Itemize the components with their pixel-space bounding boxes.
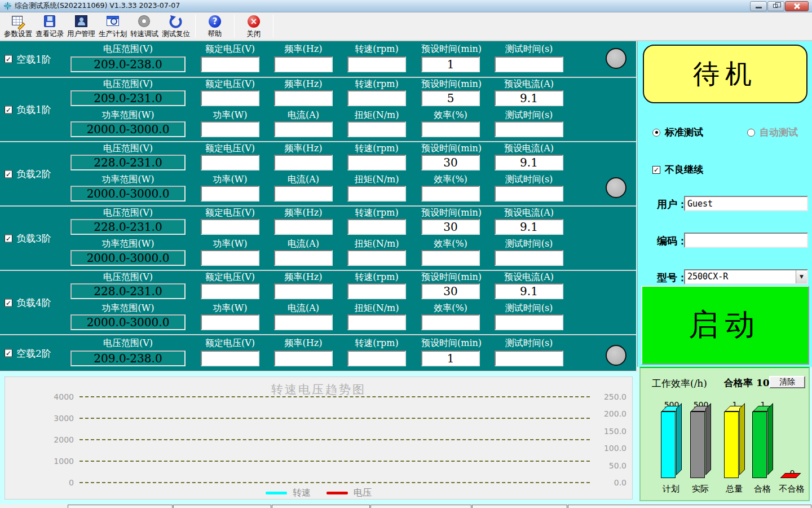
toolbar-button-reset[interactable]: 测试复位 <box>160 12 192 40</box>
code-input[interactable] <box>684 233 808 248</box>
field-label: 额定电压(V) <box>201 78 259 90</box>
power-input[interactable] <box>201 186 259 202</box>
frequency-input[interactable] <box>274 90 333 106</box>
preset-time-input[interactable] <box>421 351 480 366</box>
field-label: 测试时间(s) <box>495 303 563 314</box>
toolbar-button-records[interactable]: 查看记录 <box>34 12 65 40</box>
user-label: 用户： <box>657 198 687 211</box>
stage-checkbox-load3[interactable]: ✓ 负载3阶 <box>5 232 51 245</box>
field-label: 功率(W) <box>201 303 259 314</box>
torque-input[interactable] <box>347 121 406 137</box>
efficiency-input[interactable] <box>421 186 480 202</box>
test-time-input[interactable] <box>495 186 563 202</box>
rated-voltage-input[interactable] <box>201 351 259 366</box>
test-time-input[interactable] <box>495 314 563 330</box>
field-label: 预设电流(A) <box>495 143 563 154</box>
preset-current-input[interactable] <box>495 283 563 299</box>
statusbar <box>0 504 812 508</box>
y-axis-left-tick: 0 <box>15 478 74 487</box>
frequency-input[interactable] <box>274 219 333 235</box>
y-axis-right-tick: 200.0 <box>593 409 626 418</box>
power-input[interactable] <box>201 314 259 330</box>
test-time-input[interactable] <box>495 121 563 137</box>
model-value: 2500CX-R <box>685 270 796 283</box>
bar-label: 合格 <box>745 484 779 494</box>
toolbar-label: 转速调试 <box>130 29 158 39</box>
frequency-input[interactable] <box>274 155 333 170</box>
field-label: 功率(W) <box>201 238 259 249</box>
preset-time-input[interactable] <box>421 56 480 72</box>
torque-input[interactable] <box>347 186 406 202</box>
efficiency-input[interactable] <box>421 250 480 266</box>
frequency-input[interactable] <box>274 283 333 299</box>
current-input[interactable] <box>274 250 333 266</box>
stage-checkbox-noload2[interactable]: ✓ 空载2阶 <box>5 347 51 360</box>
radio-auto-test[interactable]: 自动测试 <box>747 126 798 139</box>
rated-voltage-input[interactable] <box>201 56 259 72</box>
toolbar-label: 用户管理 <box>67 29 95 39</box>
toolbar-button-plan[interactable]: 生产计划 <box>97 12 129 40</box>
preset-time-input[interactable] <box>421 283 480 299</box>
stage-checkbox-load1[interactable]: ✓ 负载1阶 <box>5 103 51 116</box>
toolbar-button-help[interactable]: ? 帮助 <box>199 12 231 40</box>
field-label: 额定电压(V) <box>201 271 259 283</box>
field-label: 转速(rpm) <box>347 78 406 90</box>
minimize-button[interactable] <box>750 1 767 11</box>
power-input[interactable] <box>201 121 259 137</box>
frequency-input[interactable] <box>274 351 333 366</box>
toolbar-button-settings[interactable]: 参数设置 <box>2 12 34 40</box>
stage-checkbox-load2[interactable]: ✓ 负载2阶 <box>5 168 51 181</box>
bar-label: 不合格 <box>775 484 809 494</box>
field-label: 转速(rpm) <box>347 207 406 218</box>
rated-voltage-input[interactable] <box>201 90 259 106</box>
toolbar-button-users[interactable]: 用户管理 <box>65 12 97 40</box>
test-time-input[interactable] <box>495 250 563 266</box>
test-time-input[interactable] <box>495 56 563 72</box>
speed-input[interactable] <box>347 219 406 235</box>
preset-time-input[interactable] <box>421 155 480 170</box>
speed-input[interactable] <box>347 90 406 106</box>
radio-standard-test[interactable]: 标准测试 <box>652 126 703 139</box>
speed-input[interactable] <box>347 56 406 72</box>
radio-label: 标准测试 <box>665 126 703 139</box>
frequency-input[interactable] <box>274 56 333 72</box>
speed-input[interactable] <box>347 155 406 170</box>
power-input[interactable] <box>201 250 259 266</box>
preset-current-input[interactable] <box>495 155 563 170</box>
speed-input[interactable] <box>347 283 406 299</box>
field-label: 功率(W) <box>201 174 259 185</box>
rated-voltage-input[interactable] <box>201 283 259 299</box>
start-button[interactable]: 启动 <box>641 286 809 365</box>
checkbox-continue-on-fail[interactable]: ✓ 不良继续 <box>652 163 703 176</box>
torque-input[interactable] <box>347 314 406 330</box>
preset-current-input[interactable] <box>495 219 563 235</box>
toolbar-button-close-app[interactable]: × 关闭 <box>238 12 270 40</box>
toolbar-button-speed-tune[interactable]: 转速调试 <box>129 12 160 40</box>
test-time-input[interactable] <box>495 351 563 366</box>
preset-time-input[interactable] <box>421 219 480 235</box>
field-label: 功率范围(W) <box>70 238 186 249</box>
field-label: 频率(Hz) <box>274 207 333 218</box>
stage-checkbox-load4[interactable]: ✓ 负载4阶 <box>5 296 51 309</box>
restore-button[interactable] <box>767 1 784 11</box>
efficiency-input[interactable] <box>421 314 480 330</box>
efficiency-input[interactable] <box>421 121 480 137</box>
field-label: 频率(Hz) <box>274 78 333 90</box>
preset-current-input[interactable] <box>495 90 563 106</box>
rated-voltage-input[interactable] <box>201 219 259 235</box>
current-input[interactable] <box>274 314 333 330</box>
stage-checkbox-noload1[interactable]: ✓ 空载1阶 <box>5 52 51 65</box>
current-input[interactable] <box>274 121 333 137</box>
torque-input[interactable] <box>347 250 406 266</box>
model-dropdown[interactable]: 2500CX-R ▼ <box>684 269 808 284</box>
speed-input[interactable] <box>347 351 406 366</box>
user-input[interactable] <box>684 196 808 211</box>
close-button[interactable] <box>785 1 809 11</box>
field-label: 频率(Hz) <box>274 43 333 55</box>
code-label: 编码： <box>657 234 687 248</box>
preset-time-input[interactable] <box>421 90 480 106</box>
rated-voltage-input[interactable] <box>201 155 259 170</box>
legend-item-voltage: 电压 <box>326 487 372 499</box>
current-input[interactable] <box>274 186 333 202</box>
stage-label: 负载4阶 <box>16 296 51 309</box>
